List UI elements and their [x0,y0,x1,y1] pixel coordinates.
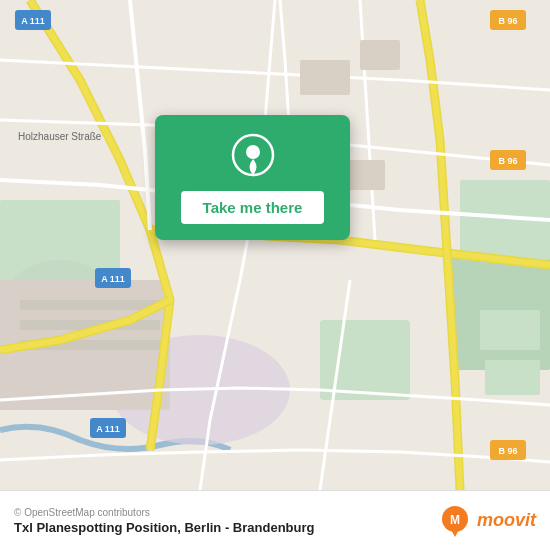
svg-rect-28 [300,60,350,95]
svg-text:B 96: B 96 [498,156,517,166]
svg-text:A 111: A 111 [21,16,45,26]
svg-text:A 111: A 111 [101,274,125,284]
svg-rect-10 [20,300,160,310]
svg-rect-31 [480,310,540,350]
svg-text:B 96: B 96 [498,16,517,26]
map-container: A 111 A 111 A 111 B 96 B 96 B 96 B 96 Ho… [0,0,550,490]
svg-text:M: M [450,513,460,527]
moovit-logo: M moovit [439,505,536,537]
svg-text:B 96: B 96 [498,446,517,456]
location-card: Take me there [155,115,350,240]
location-pin-icon [231,133,275,177]
svg-rect-32 [485,360,540,395]
svg-text:Holzhauser Straße: Holzhauser Straße [18,131,102,142]
take-me-there-button[interactable]: Take me there [181,191,325,224]
moovit-text: moovit [477,510,536,531]
location-title: Txl Planespotting Position, Berlin - Bra… [14,520,314,535]
copyright-text: © OpenStreetMap contributors [14,507,314,518]
svg-rect-29 [360,40,400,70]
map-svg: A 111 A 111 A 111 B 96 B 96 B 96 B 96 Ho… [0,0,550,490]
bottom-info: © OpenStreetMap contributors Txl Planesp… [14,507,314,535]
svg-point-34 [246,145,260,159]
moovit-icon: M [439,505,471,537]
svg-text:A 111: A 111 [96,424,120,434]
bottom-bar: © OpenStreetMap contributors Txl Planesp… [0,490,550,550]
